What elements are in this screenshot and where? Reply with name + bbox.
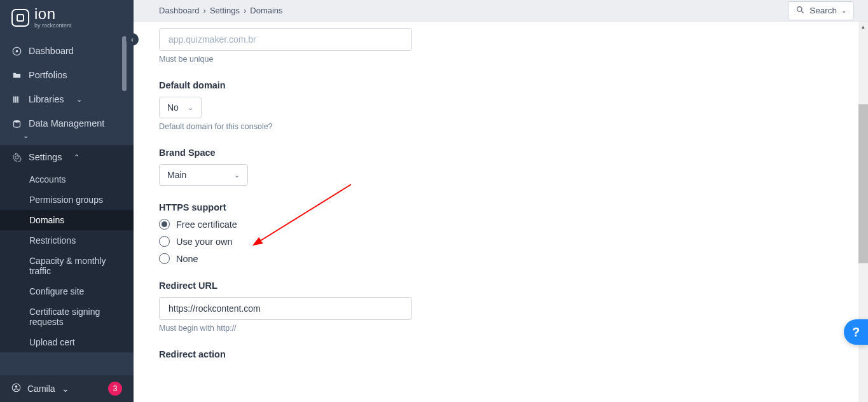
svg-point-5	[13, 120, 20, 122]
scrollbar-thumb[interactable]	[858, 104, 868, 263]
user-name: Camila	[27, 384, 55, 394]
svg-point-1	[15, 50, 18, 52]
radio-label: None	[176, 254, 198, 264]
redirect-url-helper: Must begin with http://	[159, 324, 843, 333]
content: Must be unique Default domain No ⌄ Defau…	[134, 22, 868, 402]
default-domain-helper: Default domain for this console?	[159, 122, 843, 131]
chevron-down-icon: ⌄	[841, 7, 846, 14]
sidebar-item-portfolios[interactable]: Portfolios	[0, 63, 134, 87]
brand-byline: by rockcontent	[34, 23, 72, 29]
user-menu[interactable]: Camila ⌄	[11, 383, 69, 394]
sidebar-footer: Camila ⌄ 3	[0, 375, 134, 402]
sidebar-sub-permission-groups[interactable]: Permission groups	[0, 190, 134, 210]
database-icon	[11, 119, 22, 128]
default-domain-field-group: Default domain No ⌄ Default domain for t…	[159, 80, 843, 131]
chevron-right-icon: ›	[203, 6, 206, 15]
chevron-left-icon: ‹	[131, 36, 134, 43]
dashboard-icon	[11, 46, 22, 56]
brand-icon	[11, 9, 29, 27]
sidebar-sub-configure-site[interactable]: Configure site	[0, 281, 134, 302]
sidebar-item-label: Data Management	[29, 118, 104, 128]
sidebar-item-dashboard[interactable]: Dashboard	[0, 39, 134, 63]
breadcrumb-settings[interactable]: Settings	[210, 6, 240, 15]
help-button[interactable]: ?	[844, 319, 868, 345]
select-value: No	[167, 102, 179, 113]
settings-submenu: Accounts Permission groups Domains Restr…	[0, 169, 134, 352]
brand-name: ion	[34, 6, 72, 22]
search-label: Search	[809, 6, 837, 15]
help-icon: ?	[852, 325, 860, 340]
svg-point-8	[797, 6, 803, 11]
svg-rect-4	[17, 96, 18, 102]
https-support-field-group: HTTPS support Free certificate Use your …	[159, 202, 843, 264]
sidebar-item-libraries[interactable]: Libraries ⌄	[0, 87, 134, 111]
search-icon	[796, 5, 805, 17]
svg-point-7	[15, 385, 18, 388]
sidebar-item-settings[interactable]: Settings ⌃	[0, 145, 134, 169]
sidebar-item-label: Settings	[29, 152, 62, 162]
sidebar-sub-csr[interactable]: Certificate signing requests	[0, 302, 134, 332]
chevron-down-icon: ⌄	[188, 104, 193, 112]
chevron-down-icon: ⌄	[0, 132, 134, 145]
scroll-up-icon[interactable]: ▴	[858, 22, 868, 32]
breadcrumb: Dashboard › Settings › Domains	[159, 6, 283, 15]
redirect-url-input[interactable]	[159, 297, 412, 320]
select-value: Main	[167, 170, 186, 180]
https-support-label: HTTPS support	[159, 202, 843, 212]
radio-label: Free certificate	[176, 219, 237, 230]
chevron-up-icon: ⌃	[74, 153, 79, 162]
gear-icon	[11, 153, 22, 162]
sidebar-sub-restrictions[interactable]: Restrictions	[0, 230, 134, 251]
main-area: Dashboard › Settings › Domains Search ⌄ …	[134, 0, 868, 402]
sidebar-scrollbar-thumb[interactable]	[122, 36, 127, 91]
redirect-url-label: Redirect URL	[159, 281, 843, 291]
sidebar-collapse-button[interactable]: ‹	[126, 33, 139, 46]
sidebar: ion by rockcontent Dashboard Portfolios …	[0, 0, 134, 402]
sidebar-sub-upload-cert[interactable]: Upload cert	[0, 332, 134, 352]
https-option-free[interactable]: Free certificate	[159, 219, 843, 230]
brand-space-label: Brand Space	[159, 148, 843, 158]
redirect-action-label: Redirect action	[159, 349, 843, 359]
folder-icon	[11, 71, 22, 80]
chevron-down-icon: ⌄	[76, 95, 82, 104]
chevron-right-icon: ›	[244, 6, 246, 15]
radio-icon	[159, 253, 170, 264]
domain-helper: Must be unique	[159, 55, 843, 64]
sidebar-item-label: Libraries	[29, 94, 64, 104]
redirect-url-field-group: Redirect URL Must begin with http://	[159, 281, 843, 333]
sidebar-sub-capacity[interactable]: Capacity & monthly traffic	[0, 251, 134, 281]
sidebar-item-label: Portfolios	[29, 70, 67, 80]
search-button[interactable]: Search ⌄	[788, 1, 854, 20]
library-icon	[11, 95, 22, 104]
sidebar-sub-domains[interactable]: Domains	[0, 210, 134, 230]
brand-space-select[interactable]: Main ⌄	[159, 164, 248, 186]
brand-logo: ion by rockcontent	[0, 0, 134, 39]
svg-rect-2	[13, 96, 14, 102]
chevron-down-icon: ⌄	[234, 171, 240, 179]
content-scrollbar[interactable]: ▴	[858, 22, 868, 402]
radio-label: Use your own	[176, 237, 233, 247]
https-option-own[interactable]: Use your own	[159, 236, 843, 247]
user-icon	[11, 383, 21, 394]
breadcrumb-dashboard[interactable]: Dashboard	[159, 6, 200, 15]
topbar: Dashboard › Settings › Domains Search ⌄	[134, 0, 868, 22]
domain-name-field-group: Must be unique	[159, 28, 843, 64]
default-domain-label: Default domain	[159, 80, 843, 90]
svg-line-9	[802, 11, 804, 13]
domain-input[interactable]	[159, 28, 412, 51]
redirect-action-field-group: Redirect action	[159, 349, 843, 359]
https-option-none[interactable]: None	[159, 253, 843, 264]
breadcrumb-domains[interactable]: Domains	[250, 6, 282, 15]
sidebar-sub-accounts[interactable]: Accounts	[0, 169, 134, 190]
default-domain-select[interactable]: No ⌄	[159, 97, 202, 118]
radio-icon	[159, 219, 170, 230]
radio-icon	[159, 236, 170, 247]
brand-space-field-group: Brand Space Main ⌄	[159, 148, 843, 186]
sidebar-item-label: Dashboard	[29, 46, 74, 56]
notification-badge[interactable]: 3	[108, 382, 122, 396]
chevron-down-icon: ⌄	[62, 384, 69, 394]
svg-rect-3	[15, 96, 17, 102]
